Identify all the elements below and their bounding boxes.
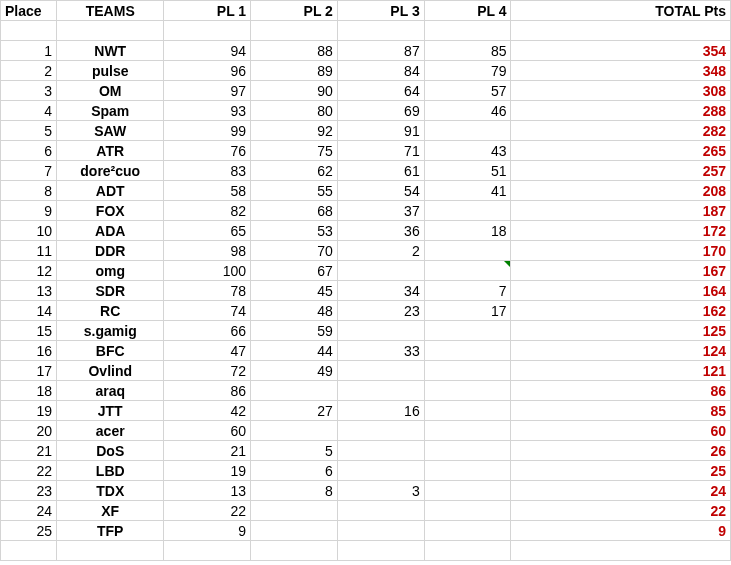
header-teams: TEAMS: [57, 1, 164, 21]
pl4-cell: 51: [424, 161, 511, 181]
pl3-cell: 36: [337, 221, 424, 241]
pl3-cell: 2: [337, 241, 424, 261]
pl1-cell: 74: [164, 301, 251, 321]
pl4-cell: [424, 441, 511, 461]
place-cell: 12: [1, 261, 57, 281]
team-cell: TFP: [57, 521, 164, 541]
pl3-cell: 61: [337, 161, 424, 181]
total-cell: 164: [511, 281, 731, 301]
team-cell: Spam: [57, 101, 164, 121]
table-row: 25TFP99: [1, 521, 731, 541]
team-cell: ADT: [57, 181, 164, 201]
total-cell: 208: [511, 181, 731, 201]
pl3-cell: 87: [337, 41, 424, 61]
pl4-cell: 46: [424, 101, 511, 121]
place-cell: 20: [1, 421, 57, 441]
pl3-cell: 33: [337, 341, 424, 361]
table-row: 20acer6060: [1, 421, 731, 441]
place-cell: 8: [1, 181, 57, 201]
table-row: 15s.gamig6659125: [1, 321, 731, 341]
pl1-cell: 47: [164, 341, 251, 361]
pl1-cell: 42: [164, 401, 251, 421]
place-cell: 13: [1, 281, 57, 301]
team-cell: TDX: [57, 481, 164, 501]
pl2-cell: 92: [251, 121, 338, 141]
pl3-cell: 16: [337, 401, 424, 421]
pl3-cell: 64: [337, 81, 424, 101]
pl4-cell: [424, 321, 511, 341]
pl1-cell: 19: [164, 461, 251, 481]
pl4-cell: [424, 421, 511, 441]
pl4-cell: [424, 241, 511, 261]
team-cell: OM: [57, 81, 164, 101]
team-cell: DDR: [57, 241, 164, 261]
total-cell: 167: [511, 261, 731, 281]
pl4-cell: 43: [424, 141, 511, 161]
pl2-cell: 75: [251, 141, 338, 161]
pl3-cell: 69: [337, 101, 424, 121]
pl2-cell: 68: [251, 201, 338, 221]
total-cell: 25: [511, 461, 731, 481]
team-cell: araq: [57, 381, 164, 401]
table-row: 4Spam93806946288: [1, 101, 731, 121]
pl4-cell: 85: [424, 41, 511, 61]
pl4-cell: [424, 381, 511, 401]
header-pl2: PL 2: [251, 1, 338, 21]
spacer-row: [1, 21, 731, 41]
team-cell: pulse: [57, 61, 164, 81]
total-cell: 121: [511, 361, 731, 381]
pl3-cell: [337, 361, 424, 381]
place-cell: 1: [1, 41, 57, 61]
pl3-cell: 3: [337, 481, 424, 501]
team-cell: SAW: [57, 121, 164, 141]
pl2-cell: 6: [251, 461, 338, 481]
pl2-cell: 88: [251, 41, 338, 61]
pl2-cell: 27: [251, 401, 338, 421]
pl4-cell: [424, 261, 511, 281]
pl3-cell: 84: [337, 61, 424, 81]
header-place: Place: [1, 1, 57, 21]
total-cell: 24: [511, 481, 731, 501]
pl2-cell: 49: [251, 361, 338, 381]
pl3-cell: 37: [337, 201, 424, 221]
pl4-cell: [424, 521, 511, 541]
total-cell: 85: [511, 401, 731, 421]
pl2-cell: 53: [251, 221, 338, 241]
team-cell: XF: [57, 501, 164, 521]
table-row: 19JTT42271685: [1, 401, 731, 421]
place-cell: 5: [1, 121, 57, 141]
team-cell: BFC: [57, 341, 164, 361]
pl4-cell: [424, 361, 511, 381]
total-cell: 257: [511, 161, 731, 181]
pl3-cell: [337, 421, 424, 441]
table-row: 3OM97906457308: [1, 81, 731, 101]
pl2-cell: [251, 381, 338, 401]
place-cell: 17: [1, 361, 57, 381]
total-cell: 86: [511, 381, 731, 401]
place-cell: 19: [1, 401, 57, 421]
table-row: 14RC74482317162: [1, 301, 731, 321]
pl2-cell: 67: [251, 261, 338, 281]
pl1-cell: 78: [164, 281, 251, 301]
team-cell: LBD: [57, 461, 164, 481]
header-pl3: PL 3: [337, 1, 424, 21]
total-cell: 282: [511, 121, 731, 141]
pl1-cell: 76: [164, 141, 251, 161]
place-cell: 21: [1, 441, 57, 461]
team-cell: DoS: [57, 441, 164, 461]
pl1-cell: 93: [164, 101, 251, 121]
place-cell: 25: [1, 521, 57, 541]
table-row: 23TDX138324: [1, 481, 731, 501]
pl1-cell: 96: [164, 61, 251, 81]
pl1-cell: 94: [164, 41, 251, 61]
pl1-cell: 83: [164, 161, 251, 181]
pl2-cell: 8: [251, 481, 338, 501]
pl1-cell: 97: [164, 81, 251, 101]
pl1-cell: 72: [164, 361, 251, 381]
place-cell: 22: [1, 461, 57, 481]
total-cell: 172: [511, 221, 731, 241]
pl2-cell: 62: [251, 161, 338, 181]
table-row: 21DoS21526: [1, 441, 731, 461]
pl2-cell: [251, 501, 338, 521]
pl4-cell: 17: [424, 301, 511, 321]
